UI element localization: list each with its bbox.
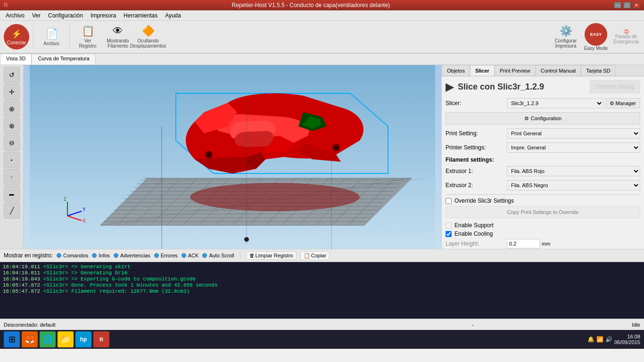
printer-settings-select[interactable]: Impre. General	[507, 142, 640, 153]
config-label: Configuration	[531, 115, 561, 121]
layer-height-unit: mm	[542, 241, 550, 247]
extrusor1-select[interactable]: Fila. ABS Rojo	[507, 166, 640, 176]
easy-mode-button[interactable]: EASY Easy Mode	[582, 23, 610, 51]
zoom-in-button[interactable]: ⊕	[4, 118, 20, 134]
repetier-icon: R	[99, 337, 103, 342]
copiar-label: Copiar	[311, 253, 326, 258]
view3d-button[interactable]: ▪	[4, 152, 20, 168]
move-button[interactable]: ✛	[4, 84, 20, 100]
menu-impresora[interactable]: Impresora	[87, 11, 120, 20]
manager-button[interactable]: ⚙ Manager	[605, 98, 640, 108]
filament-settings-label: Filament settings:	[446, 156, 640, 163]
print-setting-select[interactable]: Print General	[507, 128, 640, 139]
maximize-button[interactable]: □	[623, 2, 631, 8]
log-text-1: <Slic3r> => Generating skirt	[43, 264, 131, 270]
log-text-3: <Slic3r> => Exporting G-code to composit…	[43, 276, 196, 282]
parada-emergencia-button[interactable]: ⛔ Parada de Emergencia	[612, 23, 640, 51]
menu-herramientas[interactable]: Herramientas	[120, 11, 161, 20]
copiar-button[interactable]: 📋 Copiar	[300, 251, 330, 260]
errores-label: Errores	[161, 253, 178, 258]
taskbar-icons: 🔔 📶 🔊	[587, 336, 612, 343]
tab-control-manual[interactable]: Control Manual	[536, 65, 581, 76]
3d-viewport[interactable]: Y Z X	[24, 65, 441, 249]
view-top-button[interactable]: ▫	[4, 169, 20, 185]
firefox-button[interactable]: 🦊	[22, 331, 38, 347]
tab-slicer[interactable]: Slicer	[470, 65, 495, 76]
tab-objetos[interactable]: Objetos	[442, 65, 470, 76]
slice-title: Slice con Slic3r_1.2.9	[458, 82, 544, 92]
extrusor2-select[interactable]: Fila. ABS Negro	[507, 180, 640, 190]
copy-settings-button[interactable]: Copy Print Settings to Override	[446, 206, 640, 218]
view-side-button[interactable]: ▬	[4, 186, 20, 202]
filamento-icon: 👁	[113, 25, 123, 37]
override-row: Override Slic3r Settings	[446, 197, 640, 204]
configuration-button[interactable]: ⚙ Configuration	[446, 112, 640, 124]
filter-autoscroll[interactable]: Auto Scroll	[202, 253, 234, 258]
zoom-out-button[interactable]: ⊖	[4, 135, 20, 151]
log-area[interactable]: 16:04:19.011 <Slic3r> => Generating skir…	[0, 262, 644, 319]
log-line-3: 16:04:19.043 <Slic3r> => Exporting G-cod…	[3, 276, 641, 282]
limpiar-registro-button[interactable]: 🗑 Limpiar Registro	[246, 251, 297, 260]
ocultando-button[interactable]: 🔶 Ocultando Desplazamientos	[134, 23, 162, 51]
log-mostrar-label: Mostrar en registro:	[4, 252, 53, 259]
menu-configuracion[interactable]: Configuración	[44, 11, 87, 20]
svg-point-44	[244, 237, 249, 242]
tab-print-preview[interactable]: Print Preview	[495, 65, 536, 76]
log-text-5: <Slic3r> Filament required: 12677.9mm (3…	[43, 288, 190, 294]
slice-header: ▶ Slice con Slic3r_1.2.9 Detener Slicing	[446, 80, 640, 93]
filter-errores[interactable]: Errores	[154, 253, 178, 258]
hp-button[interactable]: hp	[75, 331, 91, 347]
minimize-button[interactable]: ─	[614, 2, 621, 8]
menu-archivo[interactable]: Archivo	[2, 11, 28, 20]
chrome-button[interactable]: 🌐	[40, 331, 56, 347]
config-icon: ⚙	[524, 115, 529, 122]
enable-cooling-label: Enable Cooling	[454, 230, 493, 237]
filter-comandos[interactable]: Comandos	[57, 253, 88, 258]
menu-ver[interactable]: Ver	[28, 11, 44, 20]
slicer-select[interactable]: Slic3r_1.2.9	[507, 98, 603, 108]
svg-text:X: X	[83, 218, 86, 223]
3d-canvas: Y Z X	[24, 65, 441, 249]
easy-mode-text: EASY	[590, 32, 602, 37]
log-line-5: 16:05:47.872 <Slic3r> Filament required:…	[3, 288, 641, 294]
filter-advertencias[interactable]: Advertencias	[114, 253, 150, 258]
layer-height-input[interactable]	[507, 239, 540, 248]
enable-cooling-checkbox[interactable]	[446, 231, 452, 237]
detener-slicing-button[interactable]: Detener Slicing	[590, 80, 640, 93]
override-label: Override Slic3r Settings	[454, 197, 514, 204]
enable-cooling-row: Enable Cooling	[446, 230, 640, 237]
tab-curva-temp[interactable]: Curva de Temperatura	[32, 54, 95, 65]
advertencias-label: Advertencias	[120, 253, 150, 258]
explorer-button[interactable]: 📁	[58, 331, 74, 347]
diagonal-button[interactable]: ╱	[4, 203, 20, 219]
slicer-row: Slicer: Slic3r_1.2.9 ⚙ Manager	[446, 98, 640, 108]
connect-button[interactable]: ⚡ Conectar	[4, 24, 29, 49]
log-toolbar: Mostrar en registro: Comandos Infos Adve…	[0, 249, 644, 262]
enable-support-checkbox[interactable]	[446, 222, 452, 229]
override-checkbox[interactable]	[446, 198, 452, 204]
window-controls: ─ □ ✕	[614, 2, 640, 8]
manager-label: Manager	[616, 100, 636, 106]
svg-point-38	[207, 153, 211, 156]
move2-button[interactable]: ⊕	[4, 101, 20, 117]
close-button[interactable]: ✕	[633, 2, 640, 8]
ver-registro-button[interactable]: 📋 Ver Registro	[74, 23, 102, 51]
menu-ayuda[interactable]: Ayuda	[161, 11, 185, 20]
mostrando-filamento-button[interactable]: 👁 Mostrando Filamento	[104, 23, 132, 51]
filter-infos[interactable]: Infos	[92, 253, 110, 258]
start-button[interactable]: ⊞	[4, 331, 20, 347]
slice-button[interactable]: ▶ Slice con Slic3r_1.2.9	[446, 80, 544, 93]
chrome-icon: 🌐	[42, 334, 53, 345]
tab-vista3d[interactable]: Vista 3D	[0, 54, 32, 65]
filter-ack[interactable]: ACK	[182, 253, 199, 258]
log-separator	[240, 251, 240, 260]
rotate-button[interactable]: ↺	[4, 67, 20, 83]
svg-point-40	[334, 146, 338, 149]
repetier-button[interactable]: R	[93, 331, 109, 347]
archivo-button[interactable]: 📄 Archivo	[37, 23, 66, 51]
configurar-impresora-button[interactable]: ⚙️ Configurar Impresora	[552, 23, 580, 51]
log-time-3: 16:04:19.043	[3, 276, 40, 282]
tab-tarjeta-sd[interactable]: Tarjeta SD	[581, 65, 615, 76]
layer-height-row: Layer Height: mm	[446, 239, 640, 248]
mostrando-filamento-label: Mostrando Filamento	[106, 38, 130, 49]
